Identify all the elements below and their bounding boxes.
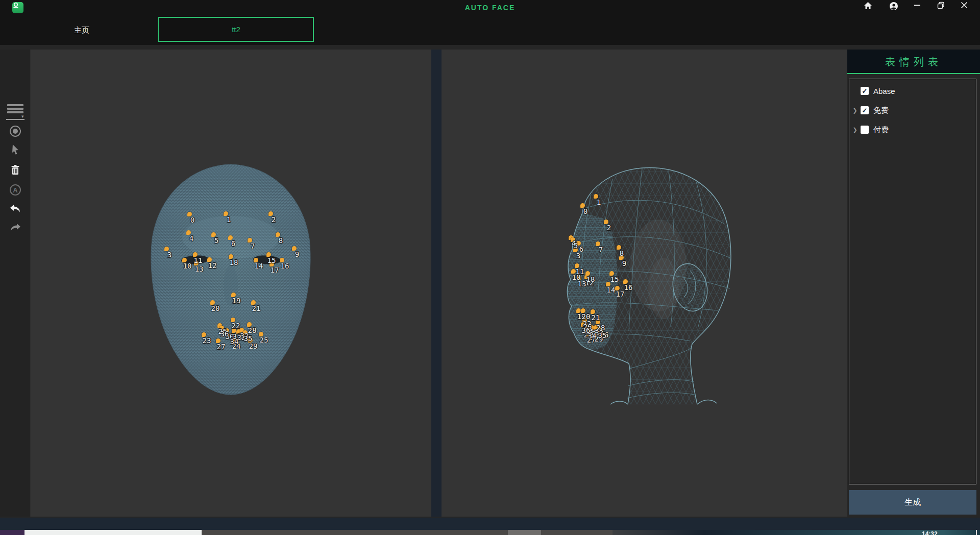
landmark-label-10: 10 <box>183 262 192 270</box>
auto-face-window: { "titlebar": { "app_title": "AUTO FACE"… <box>0 0 980 535</box>
taskbar-light-segment <box>508 530 541 535</box>
app-title: AUTO FACE <box>0 0 980 15</box>
viewport-side-face[interactable]: 0123456789101112131415161718192021222324… <box>442 50 847 517</box>
trash-icon[interactable] <box>0 161 31 179</box>
checkbox-checked[interactable]: ✓ <box>861 106 869 114</box>
landmark-label-21: 21 <box>592 313 600 322</box>
landmark-label-0: 0 <box>190 216 194 224</box>
expand-chevron-icon[interactable]: ❯ <box>849 127 861 133</box>
tab-bar: 主页 tt2 <box>0 15 980 45</box>
left-toolbar: ▾ A <box>0 50 31 517</box>
landmark-label-19: 19 <box>232 297 241 305</box>
expand-chevron-icon[interactable]: ❯ <box>849 107 861 114</box>
landmark-label-18: 18 <box>586 275 595 283</box>
landmark-label-17: 17 <box>271 266 279 274</box>
landmark-label-21: 21 <box>252 304 261 312</box>
landmark-label-16: 16 <box>624 283 633 291</box>
landmark-label-14: 14 <box>607 286 616 294</box>
expression-row-免费[interactable]: ❯✓免费 <box>849 103 976 118</box>
landmark-label-2: 2 <box>607 224 611 232</box>
viewport-divider <box>431 50 442 517</box>
landmark-label-36: 36 <box>582 326 591 334</box>
front-face-mesh <box>31 50 431 517</box>
redo-icon[interactable] <box>0 219 31 236</box>
tab-home[interactable]: 主页 <box>31 17 133 43</box>
checkbox-unchecked[interactable] <box>861 126 869 134</box>
home-icon[interactable] <box>864 2 879 14</box>
status-bar <box>0 518 980 530</box>
expression-panel-title: 表情列表 <box>847 50 980 74</box>
expression-label: 付费 <box>873 125 889 135</box>
landmark-label-1: 1 <box>597 198 601 206</box>
expression-panel: 表情列表 ❯✓Abase❯✓免费❯付费 生成 <box>847 50 980 517</box>
checkbox-checked[interactable]: ✓ <box>861 87 869 95</box>
landmark-label-23: 23 <box>203 336 211 345</box>
landmark-label-7: 7 <box>599 246 603 254</box>
close-icon[interactable] <box>961 2 976 14</box>
landmark-label-11: 11 <box>194 256 203 264</box>
landmark-label-2: 2 <box>272 215 276 224</box>
taskbar-tick <box>976 530 977 535</box>
landmark-label-15: 15 <box>610 275 619 283</box>
landmark-label-13: 13 <box>195 265 204 273</box>
landmark-label-28: 28 <box>248 326 257 334</box>
titlebar: AUTO FACE <box>0 0 980 15</box>
landmark-label-25: 25 <box>260 336 268 344</box>
landmark-label-16: 16 <box>281 262 289 270</box>
landmark-label-17: 17 <box>616 290 625 298</box>
landmark-label-27: 27 <box>217 343 226 351</box>
tab-tt2-active[interactable]: tt2 <box>158 17 314 42</box>
side-face-wireframe <box>442 50 847 517</box>
landmark-label-5: 5 <box>214 236 218 245</box>
landmark-label-0: 0 <box>583 207 587 215</box>
landmark-label-11: 11 <box>576 268 584 276</box>
menu-icon[interactable] <box>0 100 31 117</box>
landmark-label-8: 8 <box>620 249 624 257</box>
landmark-label-29: 29 <box>249 342 258 350</box>
landmark-label-8: 8 <box>279 236 283 245</box>
landmark-label-7: 7 <box>251 242 255 250</box>
landmark-label-14: 14 <box>255 262 263 270</box>
os-taskbar-sliver: 14:32 <box>0 530 980 535</box>
expression-label: Abase <box>873 87 895 95</box>
landmark-label-22: 22 <box>232 322 240 330</box>
expression-list[interactable]: ❯✓Abase❯✓免费❯付费 <box>849 79 976 484</box>
taskbar-clock: 14:32 <box>922 530 952 535</box>
landmark-label-35: 35 <box>244 334 253 343</box>
maximize-restore-icon[interactable] <box>937 2 952 14</box>
account-icon[interactable] <box>889 2 904 14</box>
record-icon[interactable] <box>0 123 31 140</box>
expression-label: 免费 <box>873 106 889 115</box>
landmark-label-6: 6 <box>231 239 235 248</box>
viewport-front-face[interactable]: 0123456789101112131415161718192021222324… <box>31 50 431 517</box>
expression-row-付费[interactable]: ❯付费 <box>849 122 976 137</box>
tabbar-separator <box>0 45 980 50</box>
landmark-label-4: 4 <box>189 234 193 242</box>
landmark-label-9: 9 <box>295 250 299 258</box>
landmark-label-12: 12 <box>208 261 217 270</box>
landmark-label-9: 9 <box>622 259 626 268</box>
cursor-icon[interactable] <box>0 141 31 158</box>
generate-button[interactable]: 生成 <box>849 490 976 515</box>
landmark-label-35: 35 <box>598 331 607 339</box>
expression-row-Abase[interactable]: ❯✓Abase <box>849 83 976 99</box>
landmark-label-3: 3 <box>167 251 172 259</box>
minimize-icon[interactable] <box>914 2 929 14</box>
landmark-label-18: 18 <box>230 258 238 266</box>
menu-caret-icon[interactable]: ▾ <box>21 114 24 119</box>
landmark-label-15: 15 <box>267 256 276 264</box>
menu-underline <box>6 119 24 120</box>
landmark-label-1: 1 <box>227 215 231 224</box>
undo-icon[interactable] <box>0 200 31 217</box>
landmark-label-6: 6 <box>579 245 583 253</box>
taskbar-white-segment <box>24 530 202 535</box>
taskbar-purple-segment <box>0 530 24 535</box>
landmark-label-34: 34 <box>230 337 239 346</box>
landmark-label-13: 13 <box>578 280 586 288</box>
auto-a-icon[interactable]: A <box>0 181 31 199</box>
landmark-label-20: 20 <box>211 304 220 312</box>
landmark-label-5: 5 <box>574 241 578 250</box>
landmark-label-36: 36 <box>220 330 229 338</box>
